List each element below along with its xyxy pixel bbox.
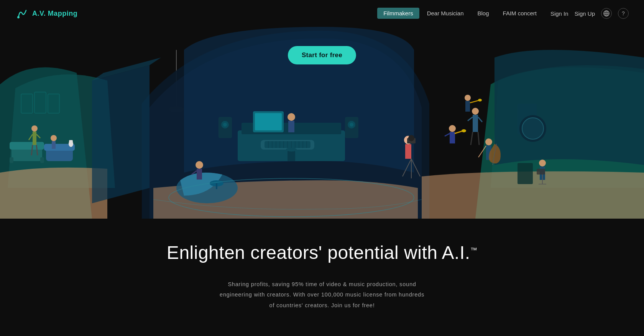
start-for-free-button[interactable]: Start for free <box>288 46 356 64</box>
svg-point-53 <box>350 123 353 127</box>
svg-point-75 <box>472 108 479 115</box>
hero-section: Start for free <box>0 27 644 219</box>
svg-point-50 <box>223 123 227 127</box>
svg-point-22 <box>71 140 73 142</box>
svg-point-0 <box>17 16 20 18</box>
svg-rect-9 <box>40 157 44 163</box>
svg-point-73 <box>462 129 466 132</box>
nav-link-filmmakers[interactable]: Filmmakers <box>377 8 419 19</box>
globe-icon <box>603 10 610 16</box>
svg-rect-64 <box>405 144 411 159</box>
svg-point-70 <box>449 125 456 132</box>
help-icon: ? <box>622 10 625 16</box>
nav-item-faim[interactable]: FAIM concert <box>497 10 543 17</box>
nav-link-dear-musician[interactable]: Dear Musician <box>421 8 470 19</box>
svg-point-85 <box>485 138 492 145</box>
svg-point-89 <box>539 160 546 166</box>
svg-rect-13 <box>33 132 36 145</box>
svg-rect-7 <box>10 142 44 150</box>
svg-point-57 <box>196 161 203 169</box>
svg-rect-23 <box>21 94 33 113</box>
nav-item-blog[interactable]: Blog <box>472 10 495 17</box>
help-button[interactable]: ? <box>618 8 629 19</box>
svg-point-18 <box>51 135 57 141</box>
headline: Enlighten creators' potential with A.I.™ <box>8 242 636 264</box>
svg-point-81 <box>465 95 471 101</box>
content-section: Enlighten creators' potential with A.I.™… <box>0 219 644 326</box>
navbar: A.V. Mapping Filmmakers Dear Musician Bl… <box>0 0 644 27</box>
svg-point-55 <box>286 148 297 152</box>
svg-point-12 <box>31 125 38 132</box>
svg-rect-47 <box>288 121 294 132</box>
logo-link[interactable]: A.V. Mapping <box>15 7 77 20</box>
svg-rect-58 <box>197 169 202 180</box>
nav-item-dear-musician[interactable]: Dear Musician <box>421 10 470 17</box>
svg-rect-82 <box>465 101 470 112</box>
subtext: Sharing profits, saving 95% time of vide… <box>219 279 426 311</box>
nav-link-faim[interactable]: FAIM concert <box>497 8 543 19</box>
sign-in-link[interactable]: Sign In <box>550 10 568 17</box>
svg-rect-25 <box>48 94 59 113</box>
svg-rect-97 <box>518 163 533 184</box>
logo-text: A.V. Mapping <box>32 10 77 18</box>
nav-link-blog[interactable]: Blog <box>472 8 495 19</box>
svg-rect-93 <box>537 169 545 175</box>
svg-point-96 <box>522 118 544 139</box>
svg-rect-24 <box>34 92 46 113</box>
nav-item-filmmakers[interactable]: Filmmakers <box>377 10 419 17</box>
svg-point-66 <box>408 135 414 141</box>
logo-icon <box>15 7 29 20</box>
nav-actions: Sign In Sign Up ? <box>550 8 629 19</box>
svg-rect-32 <box>255 113 282 130</box>
sign-up-link[interactable]: Sign Up <box>575 10 595 17</box>
globe-button[interactable] <box>601 8 612 19</box>
svg-rect-71 <box>450 132 455 143</box>
svg-rect-76 <box>473 115 478 132</box>
svg-rect-8 <box>10 157 13 163</box>
nav-links: Filmmakers Dear Musician Blog FAIM conce… <box>377 10 543 17</box>
svg-rect-61 <box>216 183 217 189</box>
svg-point-46 <box>288 113 295 121</box>
svg-rect-19 <box>52 141 56 149</box>
svg-point-84 <box>478 99 482 102</box>
